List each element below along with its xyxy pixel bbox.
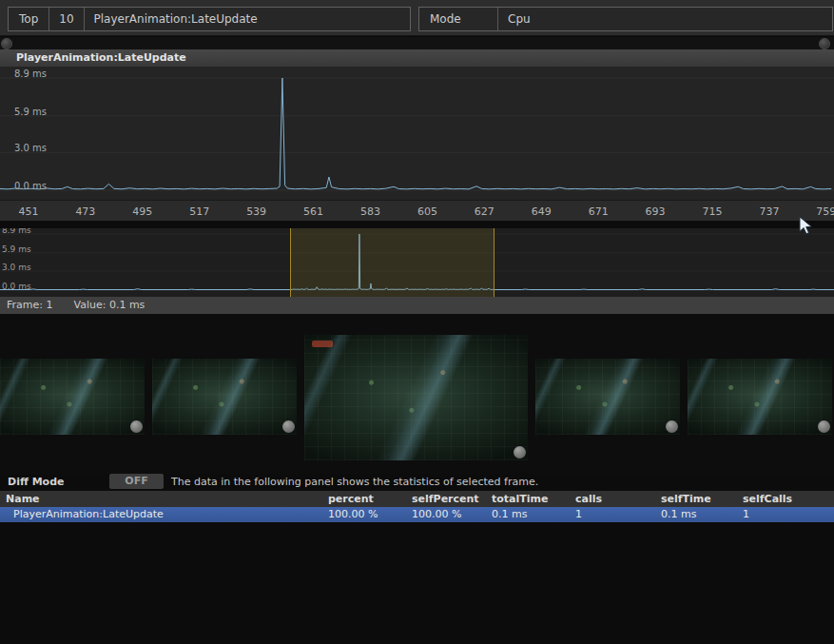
y-axis-label: 5.9 ms xyxy=(14,107,47,118)
mode-group: Mode Cpu xyxy=(418,7,833,31)
column-header-percent[interactable]: percent xyxy=(323,491,407,507)
thumbnail-knob-icon xyxy=(818,420,830,433)
y-axis-label: 3.0 ms xyxy=(14,143,47,154)
column-header-name[interactable]: Name xyxy=(0,491,323,507)
diff-mode-label: Diff Mode xyxy=(8,476,64,488)
diff-bar: Diff Mode OFF The data in the following … xyxy=(0,473,834,491)
metric-filter-field[interactable]: PlayerAnimation:LateUpdate xyxy=(85,8,410,30)
table-body: PlayerAnimation:LateUpdate100.00 %100.00… xyxy=(0,507,834,522)
profiler-window: Top 10 PlayerAnimation:LateUpdate Mode C… xyxy=(0,0,834,644)
y-axis-label: 0.0 ms xyxy=(14,181,47,192)
thumbnail-knob-icon xyxy=(130,420,143,433)
mode-select[interactable]: Cpu xyxy=(498,8,832,30)
minimap-y-label: 8.9 ms xyxy=(2,228,31,235)
column-header-selfCalls[interactable]: selfCalls xyxy=(738,491,834,507)
column-header-calls[interactable]: calls xyxy=(571,491,656,507)
x-axis-tick: 539 xyxy=(246,205,266,218)
diff-mode-toggle[interactable]: OFF xyxy=(109,474,164,489)
status-bar: Frame: 1 Value: 0.1 ms xyxy=(0,297,834,314)
main-chart-plot[interactable]: 8.9 ms5.9 ms3.0 ms0.0 ms xyxy=(0,67,834,200)
top-count-field[interactable]: 10 xyxy=(49,8,83,30)
thumbnail-knob-icon xyxy=(282,420,295,433)
mouse-cursor xyxy=(798,216,815,236)
frame-indicator: Frame: 1 xyxy=(7,297,52,314)
splitter-knob-left[interactable] xyxy=(1,38,12,49)
x-axis-tick: 451 xyxy=(18,205,38,218)
x-axis-tick: 715 xyxy=(702,205,722,218)
cell-percent: 100.00 % xyxy=(323,507,407,522)
x-axis: 4514734955175395615836056276496716937157… xyxy=(0,200,834,221)
column-header-selfTime[interactable]: selfTime xyxy=(656,491,738,507)
column-header-selfPercent[interactable]: selfPercent xyxy=(407,491,487,507)
cell-selfPercent: 100.00 % xyxy=(407,507,487,522)
cell-selfCalls: 1 xyxy=(738,507,834,522)
frame-thumbnail-selected[interactable] xyxy=(304,335,528,460)
top-filter-group: Top 10 PlayerAnimation:LateUpdate xyxy=(8,7,411,31)
top-label: Top xyxy=(9,8,48,30)
cell-name: PlayerAnimation:LateUpdate xyxy=(0,507,323,522)
minimap-plot[interactable]: 8.9 ms5.9 ms3.0 ms0.0 ms xyxy=(0,228,834,297)
minimap-y-label: 3.0 ms xyxy=(2,263,31,272)
chart-title: PlayerAnimation:LateUpdate xyxy=(0,49,834,67)
minimap-y-label: 5.9 ms xyxy=(2,244,31,254)
minimap-selection[interactable] xyxy=(290,228,495,297)
minimap-y-label: 0.0 ms xyxy=(2,282,31,291)
x-axis-tick: 627 xyxy=(475,205,495,218)
toolbar: Top 10 PlayerAnimation:LateUpdate Mode C… xyxy=(0,0,834,36)
splitter-knob-right[interactable] xyxy=(819,38,830,49)
x-axis-tick: 671 xyxy=(589,205,609,218)
x-axis-tick: 693 xyxy=(646,205,666,218)
cell-selfTime: 0.1 ms xyxy=(656,507,738,522)
value-indicator: Value: 0.1 ms xyxy=(73,297,145,314)
thumbnail-knob-icon xyxy=(666,420,678,433)
cell-totalTime: 0.1 ms xyxy=(487,507,571,522)
frame-thumbnail-2[interactable] xyxy=(152,359,297,435)
thumb-hud-overlay xyxy=(312,341,333,347)
x-axis-tick: 605 xyxy=(417,205,437,218)
x-axis-tick: 517 xyxy=(189,205,209,218)
table-row[interactable]: PlayerAnimation:LateUpdate100.00 %100.00… xyxy=(0,507,834,522)
x-axis-tick: 495 xyxy=(132,205,152,218)
x-axis-tick: 737 xyxy=(759,205,779,218)
x-axis-tick: 583 xyxy=(360,205,380,218)
mode-label: Mode xyxy=(419,8,497,30)
frame-thumbnail-5[interactable] xyxy=(688,359,832,435)
x-axis-tick: 759 xyxy=(816,205,834,218)
x-axis-tick: 473 xyxy=(75,205,95,218)
frame-thumbnail-1[interactable] xyxy=(0,359,145,435)
splitter-strip xyxy=(0,37,834,49)
table-header: NamepercentselfPercenttotalTimecallsself… xyxy=(0,491,834,507)
frame-thumbnail-4[interactable] xyxy=(535,359,680,435)
frame-gallery xyxy=(0,314,834,474)
x-axis-tick: 561 xyxy=(303,205,323,218)
thumbnail-knob-icon xyxy=(514,446,526,459)
y-axis-label: 8.9 ms xyxy=(14,68,47,80)
column-header-totalTime[interactable]: totalTime xyxy=(487,491,571,507)
cell-calls: 1 xyxy=(571,507,656,522)
x-axis-tick: 649 xyxy=(532,205,552,218)
diff-description: The data in the following panel shows th… xyxy=(171,476,538,488)
